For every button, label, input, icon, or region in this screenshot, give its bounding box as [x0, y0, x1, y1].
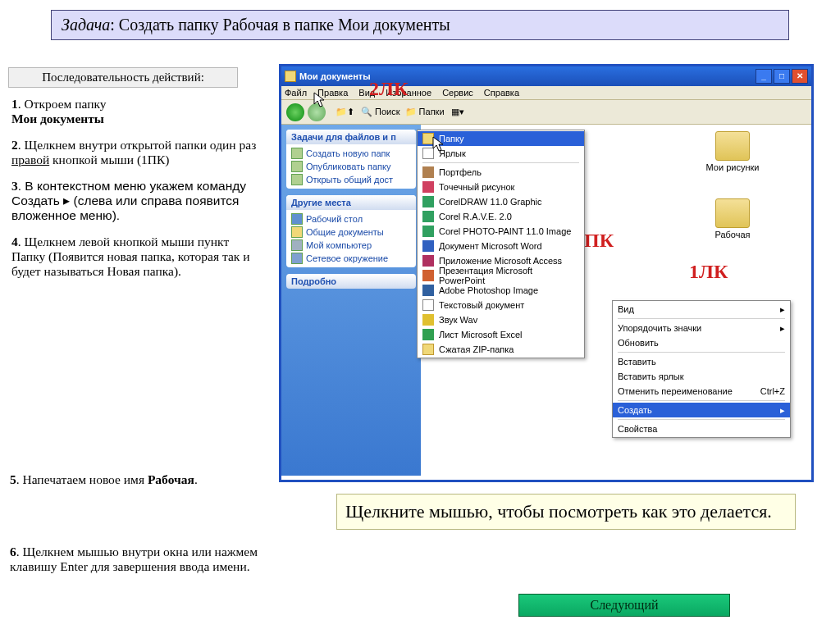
window-titlebar[interactable]: Мои документы _ □ ✕ [281, 66, 811, 86]
submenu-wav[interactable]: Звук Wav [418, 312, 584, 327]
next-button[interactable]: Следующий [518, 594, 730, 617]
side-tasks-head: Задачи для файлов и п [286, 130, 416, 144]
ctx-create[interactable]: Создать▸ [613, 403, 790, 417]
toolbar: 📁⬆ 🔍 Поиск 📁 Папки ▦▾ [281, 100, 811, 125]
folder-icon [285, 71, 296, 82]
submenu-textdoc[interactable]: Текстовый документ [418, 298, 584, 312]
task-text: : Создать папку Рабочая в папке Мои доку… [110, 16, 450, 34]
side-places-panel: Другие места Рабочий стол Общие документ… [286, 195, 416, 267]
window-title: Мои документы [299, 71, 754, 81]
step-6: 6. Щелкнем мышью внутри окна или нажмем … [10, 545, 268, 574]
cursor-icon [313, 92, 326, 108]
submenu-excel[interactable]: Лист Microsoft Excel [418, 327, 584, 342]
up-button[interactable]: 📁⬆ [336, 107, 354, 117]
folder-icon [715, 131, 750, 161]
maximize-button[interactable]: □ [774, 69, 790, 84]
task-box: Задача: Создать папку Рабочая в папке Мо… [51, 10, 789, 40]
step-5: 5. Напечатаем новое имя Рабочая. [10, 472, 268, 487]
item-label: Мои рисунки [700, 162, 765, 172]
ctx-properties[interactable]: Свойства [613, 422, 790, 436]
menu-file[interactable]: Файл [285, 88, 307, 98]
annotation-2lk: 2ЛК [369, 78, 408, 100]
side-tasks-panel: Задачи для файлов и п Создать новую папк… [286, 130, 416, 189]
folders-button[interactable]: 📁 Папки [405, 107, 445, 117]
side-places-head: Другие места [286, 195, 416, 210]
ctx-view[interactable]: Вид▸ [613, 302, 790, 317]
submenu-corelrave[interactable]: Corel R.A.V.E. 2.0 [418, 209, 584, 224]
side-place-mycomputer[interactable]: Мой компьютер [286, 239, 416, 252]
side-task-share[interactable]: Открыть общий дост [286, 173, 416, 186]
side-panel: Задачи для файлов и п Создать новую папк… [281, 125, 421, 476]
item-rabochaya[interactable]: Рабочая [700, 198, 765, 239]
menu-service[interactable]: Сервис [442, 88, 473, 98]
submenu-powerpoint[interactable]: Презентация Microsoft PowerPoint [418, 268, 584, 283]
side-place-desktop[interactable]: Рабочий стол [286, 212, 416, 226]
step-1: 1. Откроем папку Мои документы [11, 97, 266, 126]
ctx-paste[interactable]: Вставить [613, 354, 790, 369]
submenu-zip[interactable]: Сжатая ZIP-папка [418, 342, 584, 357]
side-details-panel: Подробно [286, 274, 416, 289]
step-2: 2. Щелкнем внутри открытой папки один ра… [11, 138, 266, 167]
back-button[interactable] [286, 103, 304, 121]
ctx-paste-shortcut[interactable]: Вставить ярлык [613, 369, 790, 384]
ctx-arrange[interactable]: Упорядочить значки▸ [613, 321, 790, 335]
item-my-pictures[interactable]: Мои рисунки [700, 131, 765, 172]
step-4: 4. Щелкнем левой кнопкой мыши пункт Папк… [11, 235, 266, 279]
folder-icon [715, 198, 750, 228]
submenu-coreldraw[interactable]: CorelDRAW 11.0 Graphic [418, 194, 584, 209]
submenu-bitmap[interactable]: Точечный рисунок [418, 180, 584, 194]
ctx-refresh[interactable]: Обновить [613, 335, 790, 350]
step-3: 3. В контекстном меню укажем команду Соз… [11, 179, 266, 223]
task-prefix: Задача [62, 16, 110, 34]
context-menu: Вид▸ Упорядочить значки▸ Обновить Встави… [612, 300, 791, 438]
minimize-button[interactable]: _ [756, 69, 772, 84]
submenu-briefcase[interactable]: Портфель [418, 165, 584, 180]
submenu-word[interactable]: Документ Microsoft Word [418, 239, 584, 253]
side-place-network[interactable]: Сетевое окружение [286, 252, 416, 265]
item-label: Рабочая [700, 230, 765, 239]
sequence-label: Последовательность действий: [8, 67, 238, 88]
side-task-create[interactable]: Создать новую папк [286, 147, 416, 160]
views-button[interactable]: ▦▾ [451, 107, 464, 117]
hint-box: Щелкните мышью, чтобы посмотреть как это… [336, 494, 796, 530]
ctx-undo[interactable]: Отменить переименованиеCtrl+Z [613, 384, 790, 399]
create-submenu: Папку Ярлык Портфель Точечный рисунок Co… [417, 130, 585, 358]
search-button[interactable]: 🔍 Поиск [361, 107, 400, 117]
menu-bar: Файл Правка Вид Избранное Сервис Справка [281, 86, 811, 100]
side-details-head: Подробно [286, 274, 416, 289]
cursor-icon [432, 136, 445, 153]
steps-column: 1. Откроем папку Мои документы 2. Щелкне… [11, 97, 266, 290]
submenu-corelphoto[interactable]: Corel PHOTO-PAINT 11.0 Image [418, 224, 584, 239]
side-task-publish[interactable]: Опубликовать папку [286, 160, 416, 173]
close-button[interactable]: ✕ [792, 69, 808, 84]
annotation-1lk: 1ЛК [689, 261, 728, 283]
side-place-shared[interactable]: Общие документы [286, 226, 416, 239]
menu-help[interactable]: Справка [484, 88, 519, 98]
